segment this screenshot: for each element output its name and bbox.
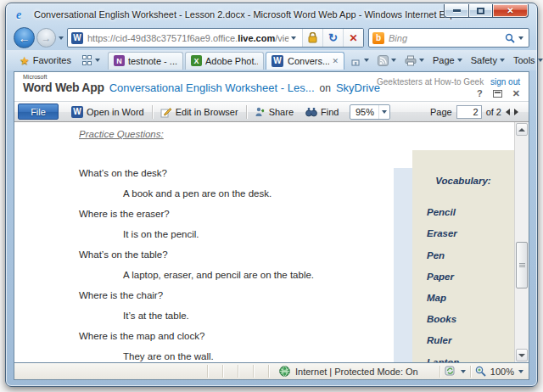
find-label: Find [321, 107, 339, 117]
chevron-down-icon[interactable] [461, 370, 466, 373]
find-button[interactable]: Find [299, 103, 344, 120]
question-line: What’s on the table? [79, 249, 168, 260]
question-line: What’s on the desk? [79, 168, 167, 178]
vocabulary-item: Paper [412, 260, 514, 282]
search-dropdown-icon [518, 36, 523, 40]
account-name: Geektesters at How-to Geek [377, 77, 484, 87]
word-web-app-brand: Word Web App [23, 81, 104, 94]
home-button[interactable] [346, 52, 372, 69]
history-dropdown[interactable] [59, 36, 64, 40]
share-button[interactable]: Share [249, 103, 299, 120]
forward-button[interactable]: → [36, 28, 56, 48]
chevron-down-icon [291, 36, 296, 40]
page-number-input[interactable]: 2 [456, 105, 482, 119]
previous-page-button[interactable] [506, 109, 510, 115]
safety-menu[interactable]: Safety [467, 52, 508, 69]
maximize-button[interactable] [469, 4, 493, 18]
webapp-header: Microsoft Word Web App Conversational En… [14, 72, 529, 101]
next-page-button[interactable] [514, 109, 518, 115]
page-zoom-icon [475, 366, 486, 377]
zoom-value: 95% [350, 107, 378, 117]
scroll-up-button[interactable] [516, 123, 528, 136]
onenote-icon: N [114, 55, 125, 66]
window-title: Conversational English Worksheet - Lesso… [34, 9, 473, 20]
back-button[interactable]: ← [14, 27, 35, 48]
print-button[interactable] [401, 52, 428, 69]
vocabulary-item: Ruler [412, 324, 514, 345]
arrow-down-icon [518, 354, 525, 357]
favorites-star-icon: ★ [20, 54, 30, 67]
document-title-link[interactable]: Conversational English Worksheet - Les..… [109, 81, 315, 94]
quick-tabs-button[interactable] [78, 52, 104, 69]
answer-line: They are on the wall. [123, 351, 214, 361]
vocabulary-item: Laptop [412, 345, 514, 362]
maximize-icon [477, 8, 484, 14]
browser-zoom-value[interactable]: 100% [490, 367, 514, 377]
edit-in-browser-button[interactable]: Edit in Browser [154, 103, 244, 120]
browser-window: e Conversational English Worksheet - Les… [5, 3, 538, 387]
page-count-label: of 2 [486, 107, 501, 117]
skydrive-link[interactable]: SkyDrive [336, 81, 380, 94]
stop-button[interactable]: ✕ [343, 29, 363, 47]
title-bar[interactable]: e Conversational English Worksheet - Les… [6, 3, 537, 25]
practice-questions-heading: Practice Questions: [79, 129, 164, 139]
chevron-down-icon [95, 59, 100, 62]
vertical-scrollbar[interactable] [514, 122, 529, 362]
address-dropdown[interactable] [288, 36, 299, 40]
status-bar: Internet | Protected Mode: On 100% [14, 363, 529, 380]
bing-icon: b [372, 32, 384, 44]
tools-menu[interactable]: Tools [510, 52, 543, 69]
sign-out-link[interactable]: sign out [490, 77, 520, 87]
refresh-icon: ↻ [328, 31, 338, 44]
close-icon: ✕ [507, 6, 513, 15]
find-binoculars-icon [305, 107, 317, 117]
search-button[interactable] [503, 33, 525, 43]
tab-testnote[interactable]: N testnote - ... [108, 52, 183, 70]
open-in-word-label: Open in Word [87, 107, 144, 117]
close-button[interactable]: ✕ [493, 4, 529, 18]
status-segments [193, 365, 269, 378]
safety-menu-label: Safety [471, 55, 497, 65]
question-line: Where is the map and clock? [79, 331, 204, 341]
favorites-button[interactable]: ★ Favorites [13, 52, 78, 69]
page-nav-label: Page [430, 107, 452, 117]
tab-adobe[interactable]: X Adobe Phot... [185, 52, 264, 70]
feeds-button[interactable] [374, 52, 400, 69]
separator [152, 105, 153, 119]
url-domain: live.com [238, 33, 275, 43]
tab-close-icon[interactable]: ✕ [332, 57, 339, 65]
address-input[interactable]: W https://cid-49d38c37571f6ae9.office.li… [68, 29, 302, 47]
search-input[interactable]: Bing [389, 33, 503, 43]
search-icon [505, 33, 515, 43]
tab-conversational-worksheet[interactable]: W Convers... ✕ [266, 52, 344, 70]
lock-icon [308, 32, 317, 43]
favorites-label: Favorites [33, 55, 71, 65]
page-navigation: Page 2 of 2 [430, 105, 525, 119]
webapp-help-button[interactable]: ? [477, 89, 483, 98]
open-in-word-button[interactable]: W Open in Word [65, 103, 150, 120]
webapp-close-button[interactable]: ✕ [512, 89, 520, 98]
separator [470, 366, 471, 378]
vocabulary-box: Vocabulary: Pencil Eraser Pen Paper Map … [412, 150, 514, 362]
document-viewport[interactable]: Vocabulary: Pencil Eraser Pen Paper Map … [14, 122, 529, 362]
account-area: Geektesters at How-to Geek sign out [377, 77, 520, 87]
zoom-dropdown[interactable] [378, 105, 389, 119]
refresh-button[interactable]: ↻ [322, 29, 343, 47]
stop-icon: ✕ [349, 32, 357, 44]
minimize-button[interactable] [444, 4, 469, 18]
vocabulary-item: Pen [412, 238, 514, 260]
browser-viewport: Microsoft Word Web App Conversational En… [14, 71, 529, 363]
tools-menu-label: Tools [513, 55, 535, 65]
tab-label: testnote - ... [128, 56, 177, 66]
page-menu[interactable]: Page [429, 52, 466, 69]
answer-line: A book and a pen are on the desk. [123, 188, 272, 199]
scroll-down-button[interactable] [516, 349, 528, 361]
chevron-down-icon[interactable] [518, 370, 523, 373]
popout-button[interactable] [493, 90, 502, 98]
file-tab[interactable]: File [18, 104, 59, 120]
separator [246, 105, 247, 119]
security-lock-button[interactable] [302, 29, 322, 47]
webapp-header-icons: ? ✕ [477, 89, 520, 98]
zoom-select[interactable]: 95% [350, 104, 390, 120]
scrollbar-thumb[interactable] [516, 242, 528, 288]
